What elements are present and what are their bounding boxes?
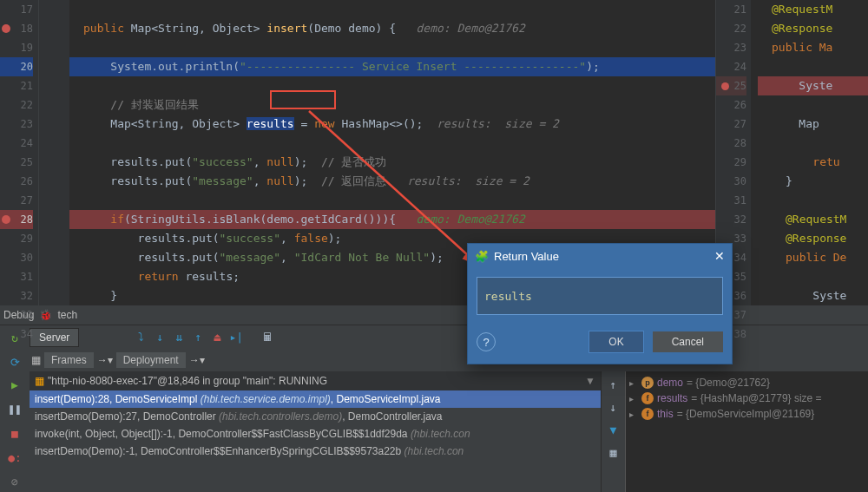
stop-icon[interactable]: ■ (5, 423, 24, 443)
deployment-tab[interactable]: Deployment (116, 352, 186, 368)
bug-icon: 🐞 (39, 309, 52, 321)
help-icon[interactable]: ? (477, 332, 496, 351)
debug-process-name[interactable]: tech (57, 309, 77, 321)
arrow-down-icon[interactable]: ↓ (604, 397, 623, 417)
dialog-title-text: Return Value (494, 250, 559, 263)
layout-icon[interactable]: ▦ (604, 443, 623, 462)
variables-panel: ▸p demo = {Demo@21762}▸f results = {Hash… (625, 371, 868, 492)
arrow-up-icon[interactable]: ↑ (604, 375, 623, 394)
frames-dropdown-icon[interactable]: →▾ (97, 354, 113, 366)
stack-frame[interactable]: insertDemo(Demo):27, DemoController (hbi… (30, 408, 601, 425)
mute-breakpoints-icon[interactable]: ⊘ (5, 472, 24, 491)
run-to-cursor-icon[interactable]: ▸| (227, 328, 246, 347)
dialog-icon: 🧩 (475, 250, 489, 263)
stack-frame[interactable]: insertDemo(Demo):-1, DemoController$$Enh… (30, 443, 601, 460)
frames-side-tools: ↑ ↓ ▼ ▦ (601, 371, 625, 492)
dialog-titlebar[interactable]: 🧩 Return Value ✕ (468, 244, 732, 268)
debug-side-actions: ▶ ❚❚ ■ ●: ⊘ (0, 371, 30, 492)
ok-button[interactable]: OK (589, 331, 643, 353)
variable-row[interactable]: ▸f this = {DemoServiceImpl@21169} (629, 406, 865, 422)
thread-icon: ▦ (35, 375, 44, 387)
cancel-button[interactable]: Cancel (653, 331, 723, 352)
marker-gutter (38, 0, 69, 305)
thread-dropdown-icon[interactable]: ▼ (585, 375, 595, 387)
thread-selector[interactable]: ▦ "http-nio-8080-exec-17"@18,846 in grou… (30, 371, 601, 390)
step-out-icon[interactable]: ↑ (188, 328, 207, 347)
thread-label: "http-nio-8080-exec-17"@18,846 in group … (48, 375, 327, 387)
deployment-dropdown-icon[interactable]: →▾ (189, 354, 205, 366)
server-tab[interactable]: Server (30, 328, 79, 347)
stack-frames-panel: ▦ "http-nio-8080-exec-17"@18,846 in grou… (30, 371, 601, 492)
step-over-icon[interactable]: ⤵ (131, 328, 150, 347)
drop-frame-icon[interactable]: ⏏ (207, 328, 227, 347)
pause-icon[interactable]: ❚❚ (5, 399, 24, 418)
line-gutter-left: 171819202122232425262728293031323334 (0, 0, 38, 305)
frames-tab-icon: ▦ (31, 354, 41, 366)
variable-row[interactable]: ▸f results = {HashMap@21779} size = (629, 390, 865, 406)
return-value-dialog: 🧩 Return Value ✕ ? OK Cancel (467, 243, 733, 364)
debug-body: ▶ ❚❚ ■ ●: ⊘ ▦ "http-nio-8080-exec-17"@18… (0, 371, 868, 492)
frames-toolbar: ▦ Frames →▾ Deployment →▾ (30, 349, 868, 371)
update-icon[interactable]: ⟳ (5, 352, 24, 371)
split-editor-right: 212223242526272829303132333435363738 @Re… (715, 0, 868, 305)
close-icon[interactable]: ✕ (714, 249, 725, 263)
force-step-into-icon[interactable]: ⇊ (169, 328, 188, 347)
filter-icon[interactable]: ▼ (604, 420, 623, 439)
evaluate-icon[interactable]: 🖩 (258, 328, 277, 347)
view-breakpoints-icon[interactable]: ●: (5, 448, 24, 467)
frames-list: insert(Demo):28, DemoServiceImpl (hbi.te… (30, 390, 601, 460)
step-into-icon[interactable]: ↓ (150, 328, 169, 347)
stack-frame[interactable]: invoke(int, Object, Object[]):-1, DemoCo… (30, 425, 601, 443)
code-editor-right[interactable]: @RequestM@Responsepublic Ma Syste Map re… (751, 0, 868, 305)
return-value-input[interactable] (477, 277, 723, 315)
variable-row[interactable]: ▸p demo = {Demo@21762} (629, 375, 865, 390)
stack-frame[interactable]: insert(Demo):28, DemoServiceImpl (hbi.te… (30, 390, 601, 408)
resume-icon[interactable]: ▶ (5, 375, 24, 394)
frames-tab[interactable]: Frames (44, 352, 94, 368)
editor-area: 171819202122232425262728293031323334 pub… (0, 0, 868, 305)
